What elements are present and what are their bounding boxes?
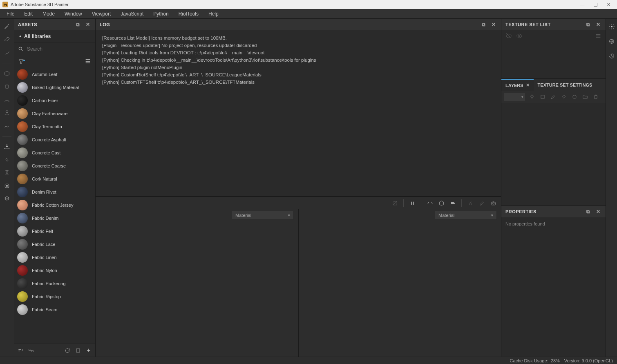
add-smart-icon[interactable] (571, 93, 578, 100)
material-dropdown-3d[interactable]: Material ▾ (232, 211, 294, 220)
menu-item-viewport[interactable]: Viewport (87, 9, 116, 18)
close-icon[interactable]: ✕ (490, 21, 497, 28)
tab-layers[interactable]: LAYERS ✕ (501, 79, 534, 91)
camera-icon[interactable] (448, 199, 457, 208)
cube-icon[interactable] (437, 199, 446, 208)
asset-item[interactable]: Fabric Seam (14, 303, 95, 316)
close-window-button[interactable]: ✕ (606, 2, 611, 7)
menu-item-help[interactable]: Help (203, 9, 224, 18)
close-icon[interactable]: ✕ (85, 21, 91, 28)
asset-item[interactable]: Concrete Coarse (14, 159, 95, 172)
close-tab-icon[interactable]: ✕ (526, 83, 530, 88)
menu-item-file[interactable]: File (2, 9, 19, 18)
brush-tool[interactable] (2, 22, 11, 31)
popout-icon[interactable]: ⧉ (481, 21, 487, 28)
log-line: [Python] CustomTFTShelf t:\p4\depot\lol\… (102, 78, 494, 86)
visibility-icon[interactable] (516, 33, 523, 39)
menu-item-python[interactable]: Python (148, 9, 173, 18)
cache-label: Cache Disk Usage: (510, 358, 548, 363)
maximize-button[interactable] (592, 2, 598, 7)
screenshot-icon[interactable] (489, 199, 498, 208)
symmetry-icon[interactable] (425, 199, 434, 208)
history-icon[interactable] (607, 51, 616, 60)
asset-name: Fabric Felt (32, 229, 53, 234)
asset-item[interactable]: Fabric Lace (14, 238, 95, 251)
clone-tool[interactable] (2, 95, 11, 104)
asset-item[interactable]: Clay Earthenware (14, 107, 95, 120)
asset-item[interactable]: Fabric Puckering (14, 277, 95, 290)
asset-name: Fabric Seam (32, 307, 57, 312)
add-effect-icon[interactable] (528, 93, 536, 100)
menu-item-javascript[interactable]: JavaScript (116, 9, 148, 18)
smudge-tool[interactable] (2, 82, 11, 91)
sort-icon[interactable] (17, 347, 24, 354)
assets-panel: ASSETS ⧉ ✕ ▸ All libraries Autumn LeafBa… (14, 19, 96, 357)
material-thumbnail (17, 226, 28, 237)
new-resource-icon[interactable] (75, 347, 81, 354)
hourglass-icon[interactable] (2, 168, 11, 177)
add-mask-icon[interactable] (539, 93, 546, 100)
asset-item[interactable]: Autumn Leaf (14, 68, 95, 81)
menu-item-window[interactable]: Window (60, 9, 87, 18)
popout-icon[interactable]: ⧉ (585, 21, 592, 28)
material-tool[interactable] (2, 108, 11, 117)
close-icon[interactable]: ✕ (595, 208, 601, 215)
delete-layer-icon[interactable] (592, 93, 599, 100)
asset-item[interactable]: Clay Terracotta (14, 120, 95, 133)
add-paint-icon[interactable] (550, 93, 557, 100)
list-view-icon[interactable] (85, 58, 91, 66)
add-fill-icon[interactable] (560, 93, 568, 100)
eraser-tool[interactable] (2, 35, 11, 44)
popout-icon[interactable]: ⧉ (75, 21, 81, 28)
minimize-button[interactable]: — (579, 2, 585, 7)
menu-item-riottools[interactable]: RiotTools (174, 9, 203, 18)
libraries-dropdown[interactable]: ▸ All libraries (14, 30, 95, 42)
path-tool[interactable] (2, 121, 11, 130)
asset-list[interactable]: Autumn LeafBaked Lighting MaterialCarbon… (14, 68, 95, 344)
filter-icon[interactable] (18, 58, 25, 65)
menu-item-mode[interactable]: Mode (38, 9, 60, 18)
asset-item[interactable]: Cork Natural (14, 172, 95, 185)
projection-tool[interactable] (2, 48, 11, 57)
material-thumbnail (17, 304, 28, 315)
import-tool[interactable] (2, 142, 11, 151)
add-folder-icon[interactable] (581, 93, 589, 100)
layers-body[interactable] (501, 103, 606, 205)
viewport-2d[interactable]: Material ▾ (298, 209, 501, 357)
asset-item[interactable]: Carbon Fiber (14, 94, 95, 107)
link-tool[interactable] (2, 155, 11, 164)
popout-icon[interactable]: ⧉ (585, 208, 592, 215)
asset-item[interactable]: Concrete Cast (14, 146, 95, 159)
add-icon[interactable]: + (85, 347, 92, 354)
bake-tool[interactable] (2, 181, 11, 190)
asset-item[interactable]: Denim Rivet (14, 185, 95, 199)
asset-item[interactable]: Fabric Denim (14, 212, 95, 225)
display-settings-icon[interactable] (607, 22, 616, 31)
close-icon[interactable]: ✕ (595, 21, 601, 28)
tab-texture-set-settings[interactable]: TEXTURE SET SETTINGS (534, 79, 597, 91)
log-body[interactable]: [Resources List Model] Icons memory budg… (96, 30, 501, 196)
export-tool[interactable] (2, 194, 11, 203)
pause-icon[interactable] (408, 199, 417, 208)
brush-preview-icon[interactable] (477, 199, 486, 208)
menu-item-edit[interactable]: Edit (19, 9, 38, 18)
selection-disabled-icon[interactable] (390, 199, 399, 208)
material-dropdown-2d[interactable]: Material ▾ (435, 211, 497, 220)
visibility-all-icon[interactable] (505, 33, 512, 39)
polygon-fill-tool[interactable] (2, 69, 11, 78)
environment-icon[interactable] (607, 37, 616, 46)
particle-icon[interactable] (466, 199, 475, 208)
asset-item[interactable]: Fabric Cotton Jersey (14, 199, 95, 212)
asset-item[interactable]: Fabric Nylon (14, 264, 95, 277)
asset-item[interactable]: Fabric Felt (14, 225, 95, 238)
asset-item[interactable]: Fabric Ripstop (14, 290, 95, 303)
search-input[interactable] (27, 46, 91, 52)
asset-item[interactable]: Baked Lighting Material (14, 81, 95, 94)
folder-view-icon[interactable] (28, 347, 34, 354)
refresh-icon[interactable] (64, 347, 71, 354)
asset-item[interactable]: Concrete Asphalt (14, 133, 95, 146)
blend-mode-dropdown[interactable]: ▾ (504, 93, 525, 101)
settings-menu-icon[interactable] (595, 33, 601, 39)
viewport-3d[interactable]: Material ▾ (96, 209, 298, 357)
asset-item[interactable]: Fabric Linen (14, 251, 95, 264)
